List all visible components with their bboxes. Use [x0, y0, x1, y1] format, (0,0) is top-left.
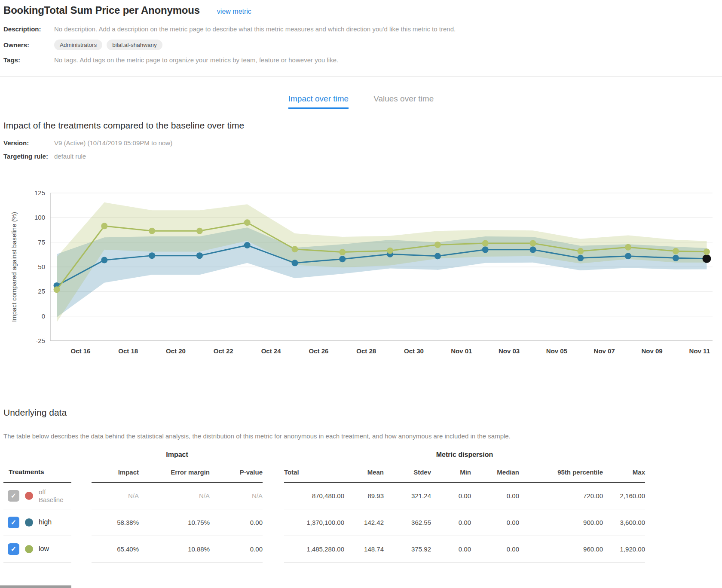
tab-bar: Impact over timeValues over time [0, 94, 722, 109]
treatment-name: high [39, 518, 52, 526]
table-cell: 1,920.00 [603, 545, 645, 553]
table-cell: N/A [139, 492, 210, 499]
table-cell: N/A [210, 492, 263, 499]
x-tick-label: Oct 30 [404, 347, 424, 355]
targeting-rule-row: Targeting rule: default rule [3, 153, 719, 160]
table-cell: 0.00 [431, 519, 471, 526]
y-axis-title: Impact compared against baseline (%) [10, 212, 18, 322]
tags-value: No tags. Add tags on the metric page to … [54, 56, 338, 64]
treatment-name: low [39, 545, 49, 553]
current-point-marker [702, 254, 711, 263]
table-cell: 0.00 [471, 492, 519, 499]
column-header-impact: Impact [92, 469, 139, 476]
low-data-point [530, 240, 536, 246]
table-cell: 1,485,280.00 [284, 545, 344, 553]
x-tick-label: Nov 03 [499, 347, 520, 355]
x-tick-label: Oct 22 [214, 347, 233, 355]
owners-row: Owners: Administratorsbilal.al-shahwany [3, 38, 719, 51]
table-cell: 0.00 [471, 545, 519, 553]
column-header-mean: Mean [344, 469, 384, 476]
table-cell: 142.42 [344, 519, 384, 526]
treatments-block: Treatments ✓offBaseline✓high✓low [3, 447, 71, 563]
treatment-checkbox-off[interactable]: ✓ [8, 490, 19, 502]
column-header-min: Min [431, 469, 471, 476]
x-tick-label: Nov 05 [546, 347, 567, 355]
table-cell: 10.88% [139, 545, 210, 553]
table-cell: 900.00 [519, 519, 603, 526]
owners-label: Owners: [3, 41, 54, 49]
low-data-point [387, 248, 393, 254]
x-tick-label: Nov 11 [689, 347, 710, 355]
treatment-row-high: ✓high [3, 509, 71, 536]
table-cell: 2,160.00 [603, 492, 645, 499]
next-row-peek [0, 585, 71, 588]
low-data-point [196, 228, 203, 234]
dispersion-values-row-high: 1,370,100.00142.42362.550.000.00900.003,… [284, 509, 645, 536]
high-data-point [434, 253, 441, 259]
low-data-point [292, 246, 298, 252]
high-data-point [101, 257, 107, 263]
version-label: Version: [3, 139, 54, 147]
chart-table-divider [0, 397, 722, 397]
treatment-baseline-tag: Baseline [39, 496, 64, 503]
impact-values-row-off: N/AN/AN/A [92, 483, 263, 509]
metric-impact-page: BookingTotal Sum Price per Anonymous vie… [0, 0, 722, 588]
table-cell: 58.38% [92, 519, 139, 526]
low-data-point [244, 219, 251, 226]
targeting-rule-label: Targeting rule: [3, 153, 54, 160]
treatment-label: offBaseline [39, 488, 64, 503]
chart-section-heading: Impact of the treatments compared to the… [3, 120, 719, 131]
treatment-row-off: ✓offBaseline [3, 483, 71, 509]
y-tick-label: 100 [34, 214, 45, 221]
y-tick-label: 50 [38, 263, 45, 270]
low-data-point [704, 248, 710, 255]
tab-values-over-time[interactable]: Values over time [373, 94, 434, 109]
table-cell: 1,370,100.00 [284, 519, 344, 526]
x-tick-label: Oct 24 [261, 347, 281, 355]
view-metric-link[interactable]: view metric [217, 8, 251, 15]
metric-dispersion-group-block: Metric dispersion TotalMeanStdevMinMedia… [284, 447, 645, 563]
high-data-point [577, 255, 584, 261]
high-data-point [196, 252, 203, 259]
treatment-checkbox-high[interactable]: ✓ [8, 517, 19, 528]
metric-dispersion-group-label: Metric dispersion [284, 447, 645, 462]
underlying-data-heading: Underlying data [3, 407, 719, 418]
treatment-checkbox-low[interactable]: ✓ [8, 543, 19, 555]
column-header-error-margin: Error margin [139, 469, 210, 476]
x-tick-label: Oct 20 [166, 347, 186, 355]
high-data-point [482, 246, 489, 253]
version-value: V9 (Active) (10/14/2019 05:09PM to now) [54, 139, 172, 147]
x-tick-label: Nov 09 [641, 347, 662, 355]
table-cell: 720.00 [519, 492, 603, 499]
low-data-point [673, 248, 679, 254]
impact-group-label: Impact [92, 447, 263, 462]
treatment-label: high [39, 518, 52, 526]
table-cell: 0.00 [471, 519, 519, 526]
page-header: BookingTotal Sum Price per Anonymous vie… [0, 0, 722, 16]
column-header-median: Median [471, 469, 519, 476]
column-header-stdev: Stdev [384, 469, 431, 476]
low-data-point [434, 242, 441, 248]
table-cell: 0.00 [210, 545, 263, 553]
y-tick-label: 75 [38, 239, 45, 246]
description-value: No description. Add a description on the… [54, 25, 456, 33]
high-data-point [530, 246, 536, 253]
x-tick-label: Oct 18 [118, 347, 138, 355]
table-cell: 960.00 [519, 545, 603, 553]
description-row: Description: No description. Add a descr… [3, 23, 719, 34]
tab-impact-over-time[interactable]: Impact over time [288, 94, 349, 109]
version-row: Version: V9 (Active) (10/14/2019 05:09PM… [3, 139, 719, 147]
table-cell: 362.55 [384, 519, 431, 526]
table-cell: 870,480.00 [284, 492, 344, 499]
impact-chart-svg: 1251007550250-25Impact compared against … [0, 184, 722, 362]
tags-row: Tags: No tags. Add tags on the metric pa… [3, 54, 719, 65]
impact-over-time-chart: 1251007550250-25Impact compared against … [0, 184, 722, 362]
treatment-color-dot [25, 545, 33, 553]
table-cell: 0.00 [210, 519, 263, 526]
x-tick-label: Oct 28 [356, 347, 376, 355]
table-cell: 10.75% [139, 519, 210, 526]
column-header-95th-percentile: 95th percentile [519, 469, 603, 476]
owner-chip: bilal.al-shahwany [107, 40, 162, 50]
tags-label: Tags: [3, 56, 54, 64]
high-data-point [339, 256, 346, 262]
